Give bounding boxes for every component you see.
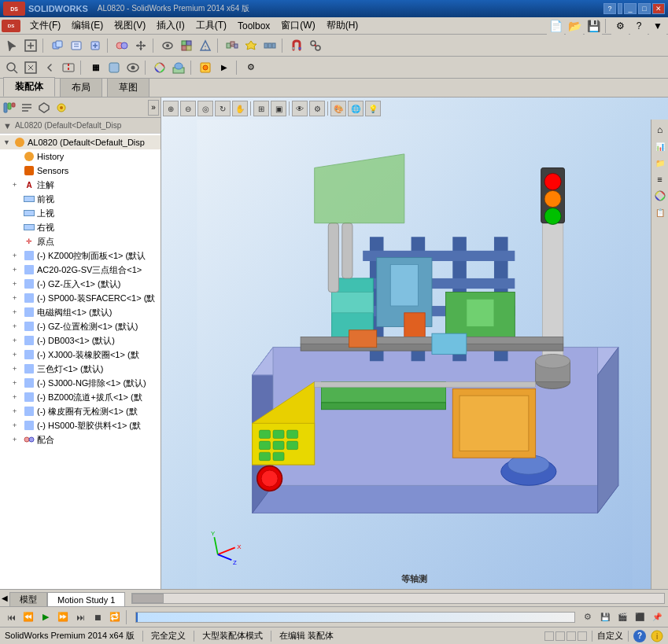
- toolbar-open[interactable]: 📂: [566, 17, 583, 35]
- toolbar-options[interactable]: ⚙: [611, 17, 629, 35]
- tb2-render[interactable]: [197, 59, 214, 76]
- tb2-zoom-all[interactable]: [22, 59, 39, 76]
- tb2-display-style[interactable]: [105, 59, 123, 76]
- machine-viewport-svg[interactable]: X Y Z 等轴测: [161, 120, 668, 589]
- tb-explode[interactable]: [223, 37, 241, 54]
- tree-item-sensors[interactable]: Sensors: [0, 164, 161, 178]
- bottom-tab-model[interactable]: 模型: [9, 592, 47, 606]
- sidebar-tb-configmgr[interactable]: [36, 100, 52, 116]
- tb2-hide-show-items[interactable]: [124, 59, 142, 76]
- rp-color[interactable]: [653, 189, 667, 203]
- tb-zoom-fit[interactable]: [22, 37, 39, 54]
- titlebar-maximize[interactable]: □: [638, 3, 651, 14]
- tb2-edit-appear[interactable]: [151, 59, 168, 76]
- tree-item-history[interactable]: History: [0, 149, 161, 164]
- anim-fwd-end[interactable]: ⏭: [72, 609, 88, 625]
- menu-tools[interactable]: 工具(T): [191, 17, 231, 34]
- tab-assembly[interactable]: 装配体: [3, 77, 55, 97]
- vp-rotate[interactable]: ↻: [215, 101, 231, 116]
- vp-view-settings[interactable]: ⚙: [309, 101, 325, 116]
- tb-magnetic-mates[interactable]: [288, 37, 305, 54]
- vp-pan[interactable]: ✋: [232, 101, 248, 116]
- menu-insert[interactable]: 插入(I): [152, 17, 189, 34]
- tb-assembly-features[interactable]: [178, 37, 195, 54]
- anim-timeline[interactable]: [135, 612, 575, 623]
- menu-help[interactable]: 帮助(H): [322, 17, 364, 34]
- tree-item-gz-press[interactable]: + (-) GZ-压入<1> (默认): [0, 277, 161, 291]
- vp-zoom-in[interactable]: ⊕: [163, 101, 179, 116]
- titlebar-close[interactable]: ✕: [652, 3, 665, 14]
- bottom-tab-motion[interactable]: Motion Study 1: [47, 592, 125, 606]
- anim-stop[interactable]: ⏹: [90, 609, 105, 625]
- tb2-scene[interactable]: [170, 59, 187, 76]
- tb2-prev-view[interactable]: [41, 59, 58, 76]
- tree-item-hs000[interactable]: + (-) HS000-塑胶供料<1> (默: [0, 418, 161, 432]
- sidebar-expand-btn[interactable]: »: [148, 100, 159, 116]
- bottom-scrollbar[interactable]: [131, 593, 665, 604]
- sidebar-tb-displaystate[interactable]: [54, 100, 69, 116]
- rp-home[interactable]: ⌂: [653, 123, 667, 137]
- toolbar-help[interactable]: ?: [630, 17, 648, 35]
- tb-move[interactable]: [132, 37, 149, 54]
- tree-item-ac20[interactable]: + AC20-02G-SV三点组合<1>: [0, 263, 161, 277]
- tb-mate[interactable]: [113, 37, 131, 54]
- tb-new-part[interactable]: [68, 37, 85, 54]
- vp-render[interactable]: 💡: [365, 101, 381, 116]
- menu-file[interactable]: 文件(F): [25, 17, 65, 34]
- rp-list[interactable]: ≡: [653, 172, 667, 186]
- tb-clearance[interactable]: [307, 37, 324, 54]
- rp-task[interactable]: 📋: [653, 205, 667, 219]
- anim-pin[interactable]: 📌: [649, 609, 665, 625]
- vp-zoom-out[interactable]: ⊖: [180, 101, 196, 116]
- tb2-zoom-box[interactable]: [3, 59, 20, 76]
- vp-scene[interactable]: 🌐: [348, 101, 364, 116]
- tree-item-kz000[interactable]: + (-) KZ000控制面板<1> (默认: [0, 248, 161, 263]
- scroll-thumb[interactable]: [132, 594, 164, 603]
- titlebar-minimize[interactable]: _: [624, 3, 637, 14]
- vp-hide-show[interactable]: 👁: [292, 101, 308, 116]
- toolbar-save[interactable]: 💾: [585, 17, 602, 35]
- anim-step-fwd[interactable]: ⏩: [55, 609, 71, 625]
- tab-sketch[interactable]: 草图: [107, 78, 149, 97]
- tb-select[interactable]: [3, 37, 20, 54]
- anim-save[interactable]: 💾: [597, 609, 613, 625]
- tb-reference-geom[interactable]: [197, 37, 214, 54]
- anim-settings[interactable]: ⚙: [580, 609, 596, 625]
- tb2-section-view[interactable]: [60, 59, 77, 76]
- vp-zoom-fit[interactable]: ◎: [197, 101, 213, 116]
- titlebar-search[interactable]: ?: [603, 3, 616, 14]
- anim-expand[interactable]: ⬛: [632, 609, 648, 625]
- tree-item-valve[interactable]: + 电磁阀组<1> (默认): [0, 305, 161, 319]
- anim-loop[interactable]: 🔁: [107, 609, 123, 625]
- anim-rewind[interactable]: ⏮: [3, 609, 19, 625]
- tree-item-annotations[interactable]: + A 注解: [0, 178, 161, 192]
- menu-toolbox[interactable]: Toolbox: [233, 19, 275, 33]
- tab-layout[interactable]: 布局: [60, 78, 102, 97]
- menu-view[interactable]: 视图(V): [109, 17, 150, 34]
- tb2-more[interactable]: ▶: [216, 59, 233, 76]
- anim-playhead[interactable]: [136, 613, 138, 622]
- rp-folder[interactable]: 📁: [653, 156, 667, 170]
- tree-item-light[interactable]: + 三色灯<1> (默认): [0, 362, 161, 376]
- vp-display-style[interactable]: ▣: [271, 101, 286, 116]
- tree-item-rubber-detect[interactable]: + (-) 橡皮圈有无检测<1> (默: [0, 404, 161, 418]
- tree-item-mate[interactable]: + 配合: [0, 432, 161, 447]
- tb-show-hide[interactable]: [159, 37, 176, 54]
- tb-insert-comp[interactable]: [87, 37, 104, 54]
- tb-linear-pattern[interactable]: [261, 37, 279, 54]
- tb-smart-components[interactable]: [242, 37, 260, 54]
- menu-window[interactable]: 窗口(W): [276, 17, 319, 34]
- toolbar-more[interactable]: ▼: [649, 17, 666, 35]
- tree-item-xj000[interactable]: + (-) XJ000-装橡胶圈<1> (默: [0, 348, 161, 362]
- sidebar-tb-propmgr[interactable]: [19, 100, 35, 116]
- anim-video[interactable]: 🎬: [614, 609, 630, 625]
- anim-play[interactable]: ▶: [38, 609, 54, 625]
- tb2-view-orient[interactable]: ▦: [87, 59, 104, 76]
- tree-item-gz-detect[interactable]: + (-) GZ-位置检测<1> (默认): [0, 319, 161, 333]
- tree-item-top[interactable]: 上视: [0, 206, 161, 220]
- toolbar-new[interactable]: 📄: [547, 17, 564, 35]
- tb-new-asm[interactable]: [49, 37, 66, 54]
- tree-item-front[interactable]: 前视: [0, 192, 161, 206]
- tree-item-sp000[interactable]: + (-) SP000-装SFACERC<1> (默: [0, 291, 161, 305]
- anim-step-back[interactable]: ⏪: [20, 609, 36, 625]
